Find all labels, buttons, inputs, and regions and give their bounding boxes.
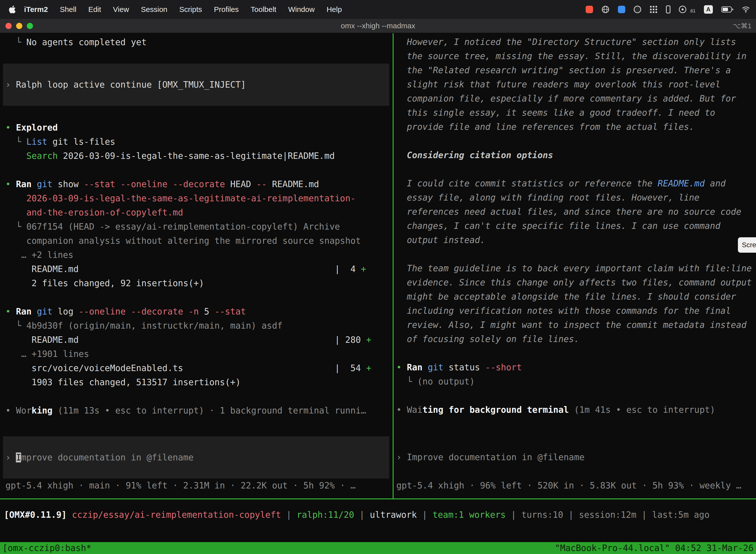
text-segment: +	[366, 335, 371, 345]
text-segment: |	[281, 510, 297, 520]
text-segment: 5	[199, 307, 214, 317]
apple-icon	[9, 5, 16, 14]
terminal-line	[396, 162, 756, 176]
text-segment: The team guideline is to back every impo…	[396, 263, 752, 273]
menu-item-shell[interactable]: Shell	[54, 5, 82, 14]
menu-item-scripts[interactable]: Scripts	[173, 5, 208, 14]
text-segment: … +1901 lines	[5, 349, 89, 359]
phone-icon[interactable]	[666, 5, 671, 13]
pane-divider-vertical[interactable]	[393, 33, 394, 498]
face-icon[interactable]	[679, 6, 686, 13]
text-segment: Considering citation options	[396, 150, 553, 160]
text-segment: • Wai	[396, 405, 422, 415]
prompt-input-box[interactable]: › Improve documentation in @filename	[3, 436, 389, 479]
terminal-line: the "Related research writing" section i…	[396, 63, 756, 77]
text-segment: └ (no output)	[396, 377, 475, 386]
left-top-lines: └ No agents completed yet	[5, 35, 393, 49]
terminal-pane-right[interactable]: However, I noticed the "Directory Struct…	[394, 33, 756, 498]
terminal-line: src/voice/voiceModeEnabled.ts | 54 +	[5, 361, 393, 375]
tmux-status-bar: [omx-cczip0:bash* "MacBook-Pro-44.local"…	[0, 542, 756, 554]
screen-share-tooltip-label: Scre	[742, 241, 756, 249]
terminal-line: essay file, along with finding root file…	[396, 190, 756, 205]
screen-share-tooltip[interactable]: Scre	[738, 237, 756, 253]
text-segment: |	[354, 510, 370, 520]
terminal-line: However, I noticed the "Directory Struct…	[396, 35, 756, 49]
text-segment: Ran	[407, 363, 422, 372]
blue-app-icon[interactable]	[618, 6, 625, 13]
ralph-loop-panel: › Ralph loop active continue [OMX_TMUX_I…	[3, 63, 389, 106]
terminal-line: I could cite commit statistics or refere…	[396, 176, 756, 190]
omx-status-line: [OMX#0.11.9] cczip/essay/ai-reimplementa…	[4, 508, 756, 522]
text-segment: README.md | 4	[5, 264, 361, 274]
menu-item-profiles[interactable]: Profiles	[208, 5, 245, 14]
text-segment: the "Related research writing" section i…	[396, 65, 731, 75]
terminal-line: provide file and line references from th…	[396, 120, 756, 134]
text-segment: log	[53, 307, 79, 317]
text-segment: | turns:10 | session:12m | last:5m ago	[506, 510, 710, 520]
menu-items: iTerm2 Shell Edit View Session Scripts P…	[7, 5, 348, 14]
text-segment: Ralph loop active continue [OMX_TMUX_INJ…	[16, 80, 246, 90]
menu-item-iterm2[interactable]: iTerm2	[18, 5, 54, 14]
text-segment: --short	[485, 363, 522, 372]
terminal-line: The team guideline is to back every impo…	[396, 261, 756, 276]
terminal-line: references need actual files, and since …	[396, 205, 756, 219]
text-segment: README.md	[267, 179, 319, 189]
text-segment: (1m 41s • esc to interrupt)	[569, 405, 715, 415]
menu-item-window[interactable]: Window	[282, 5, 321, 14]
text-segment: └	[5, 137, 26, 147]
text-segment: src/voice/voiceModeEnabled.ts | 54	[5, 363, 366, 373]
text-segment: companion analysis without altering the …	[5, 236, 361, 246]
terminal-line: Search 2026-03-09-is-legal-the-same-as-l…	[5, 149, 393, 163]
text-segment: provide file and line references from th…	[396, 122, 694, 132]
terminal-line: 2 files changed, 92 insertions(+)	[5, 276, 393, 290]
menu-item-help[interactable]: Help	[321, 5, 348, 14]
terminal-pane-left[interactable]: └ No agents completed yet › Ralph loop a…	[0, 33, 393, 498]
battery-icon[interactable]	[721, 6, 733, 13]
terminal-line: 2026-03-09-is-legal-the-same-as-legitima…	[5, 191, 393, 206]
pane-divider-horizontal[interactable]	[0, 498, 756, 499]
text-segment: and-the-erosion-of-copyleft.md	[5, 208, 183, 217]
text-segment: › Improve documentation in @filename	[396, 452, 585, 462]
right-status-line: gpt-5.4 xhigh · 96% left · 520K in · 5.8…	[396, 479, 756, 493]
text-segment: └	[5, 37, 26, 47]
menu-item-edit[interactable]: Edit	[82, 5, 107, 14]
terminal-line: might be acceptable alongside the file l…	[396, 290, 756, 304]
text-segment: references need actual files, and since …	[396, 207, 741, 217]
globe-icon[interactable]	[602, 5, 610, 13]
text-segment: List	[26, 137, 47, 147]
dots-grid-icon[interactable]	[649, 5, 657, 13]
text-segment	[5, 151, 26, 161]
terminal-window: └ No agents completed yet › Ralph loop a…	[0, 33, 756, 554]
terminal-line: └ List git ls-files	[5, 135, 393, 149]
menu-item-view[interactable]: View	[107, 5, 135, 14]
text-segment: 2 files changed, 92 insertions(+)	[5, 278, 204, 288]
wifi-icon[interactable]	[742, 6, 750, 13]
screen-recording-indicator-icon[interactable]	[586, 6, 593, 13]
text-segment: I	[16, 452, 21, 462]
menu-item-toolbelt[interactable]: Toolbelt	[245, 5, 282, 14]
apple-menu[interactable]	[7, 5, 18, 14]
text-segment: evidence. Since this change only affects…	[396, 277, 752, 287]
badge-61: .61	[689, 8, 695, 14]
text-segment: ›	[5, 80, 16, 90]
ring-app-icon[interactable]	[634, 6, 641, 13]
terminal-line	[5, 163, 393, 177]
terminal-line: of focusing solely on file lines.	[396, 332, 756, 346]
terminal-line	[396, 389, 756, 403]
input-source-icon[interactable]: A	[704, 5, 713, 14]
text-segment: •	[5, 179, 16, 189]
text-segment: cczip/essay/ai-reimplementation-copyleft	[72, 510, 281, 520]
text-segment: • Wor	[5, 405, 32, 416]
terminal-line	[396, 134, 756, 148]
terminal-line	[5, 290, 393, 304]
prompt-input-text: › Improve documentation in @filename	[3, 450, 194, 465]
ralph-loop-text: › Ralph loop active continue [OMX_TMUX_I…	[3, 78, 246, 92]
tmux-session-label[interactable]: [omx-cczip0:bash*	[2, 543, 91, 553]
text-segment: slight risk that future readers may over…	[396, 79, 720, 89]
text-segment: •	[5, 307, 16, 317]
text-segment: •	[396, 363, 407, 372]
left-status-line: gpt-5.4 xhigh · main · 91% left · 2.31M …	[5, 479, 393, 493]
text-segment: status	[443, 363, 485, 372]
text-segment: +	[366, 363, 371, 373]
menu-item-session[interactable]: Session	[135, 5, 173, 14]
